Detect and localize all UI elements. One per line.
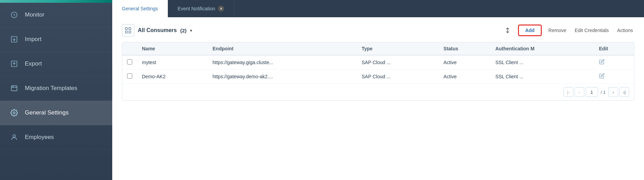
svg-point-8 — [13, 112, 15, 114]
row-edit-button[interactable] — [594, 70, 634, 84]
svg-rect-5 — [11, 86, 17, 91]
sort-button[interactable] — [502, 25, 513, 36]
row-name: Demo-AK2 — [137, 70, 208, 84]
sidebar-item-label: Migration Templates — [25, 85, 77, 92]
row-checkbox[interactable] — [127, 73, 132, 79]
sidebar-top-bar — [0, 0, 112, 3]
page-of-label: / 1 — [601, 90, 606, 95]
svg-rect-10 — [125, 28, 127, 30]
page-last-button[interactable]: ›| — [619, 87, 629, 97]
tab-event-notification[interactable]: Event Notification ✕ — [168, 0, 234, 17]
row-status: Active — [439, 55, 490, 70]
toolbar: All Consumers (2) ▾ Add Remove Edit Cred… — [122, 24, 634, 37]
import-icon — [10, 35, 19, 44]
main-content: General Settings Event Notification ✕ Al… — [112, 0, 644, 180]
tab-label: Event Notification — [177, 6, 215, 11]
actions-button[interactable]: Actions — [616, 26, 634, 35]
migration-icon — [10, 84, 19, 93]
consumers-table: Name Endpoint Type Status Authentication… — [122, 42, 634, 101]
page-number-input[interactable] — [586, 87, 598, 97]
col-header-type: Type — [357, 42, 439, 55]
page-first-button[interactable]: |‹ — [564, 87, 573, 97]
toolbar-left: All Consumers (2) ▾ — [122, 24, 498, 37]
employees-icon — [10, 133, 19, 142]
row-edit-button[interactable] — [594, 55, 634, 70]
row-name: mytest — [137, 55, 208, 70]
settings-icon — [10, 108, 19, 117]
export-icon — [10, 59, 19, 68]
tab-general-settings[interactable]: General Settings — [112, 0, 168, 17]
toolbar-right: Add Remove Edit Credentials Actions — [502, 25, 634, 36]
col-header-endpoint: Endpoint — [208, 42, 357, 55]
sidebar-item-export[interactable]: Export — [0, 52, 112, 76]
svg-rect-11 — [129, 28, 131, 30]
grid-view-button[interactable] — [122, 24, 134, 37]
col-header-edit: Edit — [594, 42, 634, 55]
row-type: SAP Cloud ... — [357, 55, 439, 70]
sidebar: Monitor Import Export Migration Template… — [0, 0, 112, 180]
consumers-count: (2) — [180, 28, 186, 33]
monitor-icon — [10, 10, 19, 19]
row-checkbox-cell[interactable] — [122, 55, 137, 70]
row-endpoint: https://gateway.giga.cluste... — [208, 55, 357, 70]
row-auth: SSL Client ... — [490, 55, 594, 70]
table-header-row: Name Endpoint Type Status Authentication… — [122, 42, 634, 55]
row-type: SAP Cloud ... — [357, 70, 439, 84]
content-area: All Consumers (2) ▾ Add Remove Edit Cred… — [112, 17, 644, 180]
row-endpoint: https://gateway.demo-ak2.... — [208, 70, 357, 84]
sidebar-item-label: General Settings — [25, 109, 69, 116]
row-status: Active — [439, 70, 490, 84]
col-header-name: Name — [137, 42, 208, 55]
sidebar-item-monitor[interactable]: Monitor — [0, 3, 112, 27]
tab-label: General Settings — [122, 6, 158, 11]
table-row: Demo-AK2 https://gateway.demo-ak2.... SA… — [122, 70, 634, 84]
sidebar-item-migration-templates[interactable]: Migration Templates — [0, 76, 112, 101]
remove-button[interactable]: Remove — [547, 26, 568, 35]
header-checkbox-cell — [122, 42, 137, 55]
col-header-status: Status — [439, 42, 490, 55]
page-prev-button[interactable]: ‹ — [575, 87, 584, 97]
sidebar-item-general-settings[interactable]: General Settings — [0, 101, 112, 125]
sidebar-item-label: Import — [25, 36, 41, 43]
pagination: |‹ ‹ / 1 › ›| — [122, 83, 634, 100]
page-next-button[interactable]: › — [608, 87, 618, 97]
svg-rect-13 — [129, 31, 131, 33]
tab-close-button[interactable]: ✕ — [218, 6, 224, 12]
row-auth: SSL Client ... — [490, 70, 594, 84]
row-checkbox[interactable] — [127, 59, 132, 64]
table-row: mytest https://gateway.giga.cluste... SA… — [122, 55, 634, 70]
tabs-bar: General Settings Event Notification ✕ — [112, 0, 644, 17]
sidebar-item-label: Employees — [25, 134, 54, 141]
sidebar-item-import[interactable]: Import — [0, 27, 112, 52]
col-header-auth: Authentication M — [490, 42, 594, 55]
sidebar-item-label: Monitor — [25, 11, 45, 18]
svg-rect-12 — [125, 31, 127, 33]
all-consumers-label: All Consumers — [138, 27, 177, 33]
add-button[interactable]: Add — [518, 25, 541, 36]
row-checkbox-cell[interactable] — [122, 70, 137, 84]
sidebar-item-label: Export — [25, 60, 42, 67]
consumers-dropdown-arrow[interactable]: ▾ — [190, 28, 192, 33]
edit-credentials-button[interactable]: Edit Credentials — [573, 26, 610, 35]
svg-point-9 — [13, 135, 15, 137]
sidebar-item-employees[interactable]: Employees — [0, 125, 112, 150]
